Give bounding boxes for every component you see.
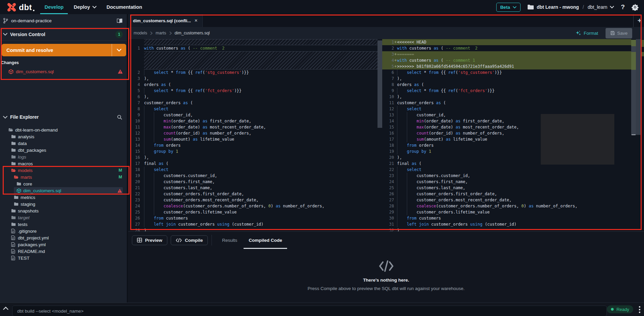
status-dot bbox=[611, 308, 614, 311]
tab-results[interactable]: Results bbox=[216, 232, 243, 249]
tree-item-marts[interactable]: martsM bbox=[0, 174, 127, 180]
tree-item-dim_customers.sql[interactable]: dim_customers.sql bbox=[0, 187, 127, 194]
tree-item-dbt-learn-on-demand[interactable]: dbt-learn-on-demand bbox=[0, 126, 127, 133]
code-line: 2with customers as ( -- comment 2 bbox=[382, 45, 631, 51]
branch-name[interactable]: on-demand-practice bbox=[11, 18, 113, 23]
diff-spacer bbox=[144, 39, 377, 45]
code-line: 19 customers.customer_id, bbox=[128, 173, 377, 179]
folder-icon bbox=[14, 202, 19, 206]
compile-button[interactable]: Compile bbox=[171, 235, 208, 245]
code-line: 13 sum(amount) as lifetime_value bbox=[128, 136, 377, 142]
compile-label: Compile bbox=[185, 238, 203, 243]
tree-item-label: dbt-learn-on-demand bbox=[15, 127, 58, 133]
kebab-menu-icon[interactable] bbox=[639, 306, 641, 313]
folder-icon bbox=[11, 208, 16, 213]
new-tab-button[interactable]: + bbox=[633, 14, 642, 27]
code-line: 12 count(order_id) as number_of_orders, bbox=[128, 130, 377, 136]
tree-item-label: staging bbox=[21, 202, 35, 207]
file-icon bbox=[11, 249, 16, 254]
project-selector[interactable]: dbt Learn - mwong / dbt_learn bbox=[527, 4, 614, 10]
nav-item-develop[interactable]: Develop bbox=[39, 0, 68, 14]
code-line: 22 select bbox=[382, 167, 631, 173]
nav-item-deploy[interactable]: Deploy bbox=[68, 0, 101, 14]
git-branch-icon bbox=[3, 18, 8, 24]
nav-item-documentation[interactable]: Documentation bbox=[102, 0, 147, 14]
left-scrollbar-thumb[interactable] bbox=[377, 40, 382, 128]
commit-options-caret[interactable] bbox=[112, 44, 126, 56]
format-button[interactable]: Format bbox=[576, 30, 598, 36]
code-line: 23 customer_orders.most_recent_order_dat… bbox=[128, 197, 377, 203]
tab-compiled-code[interactable]: Compiled Code bbox=[243, 232, 288, 249]
scrollbar-handle bbox=[632, 134, 636, 135]
table-icon bbox=[137, 238, 142, 242]
tree-item-target[interactable]: target bbox=[0, 214, 127, 221]
tree-item-packages.yml[interactable]: packages.yml bbox=[0, 241, 127, 248]
folder-icon bbox=[11, 141, 16, 146]
tree-item-analysis[interactable]: analysis bbox=[0, 133, 127, 140]
close-icon[interactable]: ✕ bbox=[194, 18, 198, 23]
command-input[interactable] bbox=[12, 306, 607, 316]
tree-item-macros[interactable]: macros bbox=[0, 160, 127, 167]
search-icon[interactable] bbox=[117, 115, 122, 120]
code-line: 24 coalesce(customer_orders.number_of_or… bbox=[128, 203, 377, 209]
ruler-diff-mark bbox=[641, 52, 644, 56]
file-explorer-header[interactable]: File Explorer bbox=[0, 113, 127, 121]
left-scrollbar[interactable] bbox=[377, 39, 382, 231]
empty-state: There's nothing here. Press Compile abov… bbox=[128, 260, 644, 291]
editor-left-pane[interactable]: 1with customers as ( -- comment 22 selec… bbox=[128, 39, 377, 231]
version-control-header[interactable]: Version Control 1 bbox=[0, 28, 127, 41]
folder-icon bbox=[11, 161, 16, 166]
tree-item-logs[interactable]: logs bbox=[0, 153, 127, 160]
commit-button-label: Commit and resolve bbox=[2, 44, 112, 56]
commit-and-resolve-button[interactable]: Commit and resolve bbox=[2, 44, 126, 56]
project-separator: / bbox=[582, 4, 585, 10]
tree-item-dbt_packages[interactable]: dbt_packages bbox=[0, 147, 127, 153]
code-line: 20 customers.first_name, bbox=[128, 179, 377, 185]
modified-badge: M bbox=[119, 175, 122, 179]
folder-icon bbox=[11, 154, 16, 159]
file-icon bbox=[11, 229, 16, 233]
beta-dropdown[interactable]: Beta bbox=[496, 3, 521, 12]
breadcrumb-marts[interactable]: marts bbox=[156, 31, 166, 35]
editor-region: dim_customers.sql (confli... ✕ + models … bbox=[128, 14, 644, 303]
code-line: 4orders as ( bbox=[128, 82, 377, 88]
tree-item-dbt_project.yml[interactable]: dbt_project.yml bbox=[0, 234, 127, 241]
tree-item-snapshots[interactable]: snapshots bbox=[0, 207, 127, 214]
tree-item-.gitignore[interactable]: .gitignore bbox=[0, 228, 127, 234]
tree-item-README.md[interactable]: README.md bbox=[0, 248, 127, 255]
gear-icon[interactable] bbox=[632, 4, 639, 11]
code-line: 16), bbox=[128, 154, 377, 161]
dbt-logo-icon bbox=[7, 2, 17, 12]
chevron-down-icon bbox=[3, 33, 7, 36]
book-icon[interactable] bbox=[116, 18, 123, 24]
editor-tab[interactable]: dim_customers.sql (confli... ✕ bbox=[128, 14, 203, 27]
tree-item-models[interactable]: modelsM bbox=[0, 167, 127, 174]
code-line: 6 select * from {{ ref('stg_customers')}… bbox=[382, 69, 631, 76]
warning-icon bbox=[118, 69, 123, 74]
breadcrumb-file[interactable]: dim_customers.sql bbox=[175, 31, 210, 35]
save-button[interactable]: Save bbox=[606, 28, 632, 38]
code-line: 23 customers.customer_id, bbox=[382, 173, 631, 179]
chevron-up-icon[interactable] bbox=[3, 307, 8, 310]
panel-divider bbox=[212, 235, 212, 246]
tree-item-staging[interactable]: staging bbox=[0, 201, 127, 207]
right-scrollbar[interactable] bbox=[631, 39, 636, 231]
folder-icon bbox=[11, 134, 16, 139]
tree-item-label: logs bbox=[18, 154, 26, 160]
tree-item-core[interactable]: core bbox=[0, 180, 127, 187]
breadcrumb-models[interactable]: models bbox=[134, 31, 147, 35]
tree-item-TEST[interactable]: TEST bbox=[0, 255, 127, 261]
changed-file-row[interactable]: dim_customers.sql bbox=[0, 67, 127, 76]
tree-item-tests[interactable]: tests bbox=[0, 221, 127, 228]
dbt-logo[interactable]: dbt bbox=[7, 2, 34, 12]
modified-badge: M bbox=[119, 168, 122, 173]
status-badge[interactable]: Ready bbox=[607, 305, 633, 313]
preview-button[interactable]: Preview bbox=[132, 235, 167, 245]
tree-item-label: marts bbox=[21, 175, 32, 180]
results-panel: Preview Compile Results Compiled Code Th… bbox=[128, 231, 644, 303]
chevron-down-icon bbox=[513, 6, 516, 8]
code-line: 25 customers.last_name, bbox=[382, 185, 631, 191]
help-icon[interactable]: ? bbox=[621, 3, 625, 11]
tree-item-data[interactable]: data bbox=[0, 140, 127, 147]
tree-item-metrics[interactable]: metrics bbox=[0, 194, 127, 201]
